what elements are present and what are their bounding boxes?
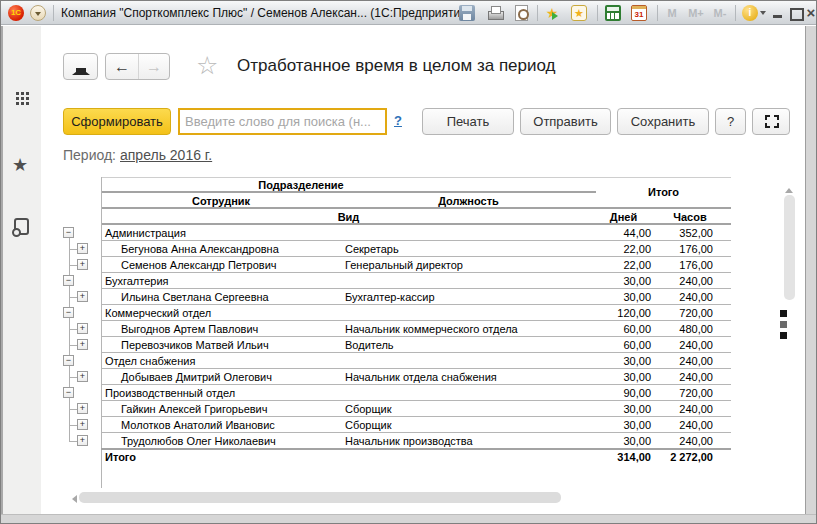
row-position-cell: Начальник производства (345, 435, 473, 447)
expand-button[interactable]: + (77, 243, 88, 254)
vertical-scroll-up-icon[interactable] (785, 184, 793, 193)
column-header-kind: Вид (101, 210, 596, 224)
table-row[interactable]: + Перевозчиков Матвей Ильич Водитель 60,… (63, 337, 731, 353)
row-days-cell: 60,00 (596, 323, 651, 335)
row-position-cell: Генеральный директор (345, 259, 463, 271)
table-line (101, 191, 596, 193)
row-name-cell: Перевозчиков Матвей Ильич (121, 339, 269, 351)
row-name-cell: Бухгалтерия (105, 275, 169, 287)
row-position-cell: Сборщик (345, 419, 392, 431)
scroll-dot-icon (780, 321, 787, 328)
row-hours-cell: 480,00 (649, 323, 713, 335)
tree-connector-stub (69, 377, 77, 378)
row-hours-cell: 240,00 (649, 339, 713, 351)
table-row[interactable]: + Трудолюбов Олег Николаевич Начальник п… (63, 433, 731, 449)
column-header-position: Должность (341, 194, 596, 208)
expand-button[interactable]: + (77, 435, 88, 446)
row-days-cell: 30,00 (596, 291, 651, 303)
table-row[interactable]: + Гайкин Алексей Григорьевич Сборщик 30,… (63, 401, 731, 417)
row-name-cell: Добываев Дмитрий Олегович (121, 371, 272, 383)
row-days-cell: 22,00 (596, 243, 651, 255)
column-header-total: Итого (596, 185, 731, 199)
row-days-cell: 22,00 (596, 259, 651, 271)
row-position-cell: Сборщик (345, 403, 392, 415)
table-row[interactable]: + Молотков Анатолий Ивановис Сборщик 30,… (63, 417, 731, 433)
app-window: 1С Компания "Спорткомплекс Плюс" / Семен… (0, 0, 817, 524)
row-days-cell: 120,00 (596, 307, 651, 319)
tree-connector-stub (69, 297, 77, 298)
table-row[interactable]: + Выгоднов Артем Павлович Начальник комм… (63, 321, 731, 337)
row-name-cell: Молотков Анатолий Ивановис (121, 419, 275, 431)
column-header-days: Дней (596, 210, 651, 224)
row-days-cell: 30,00 (596, 435, 651, 447)
table-row[interactable]: − Бухгалтерия 30,00 240,00 (63, 273, 731, 289)
window-frame (805, 26, 816, 524)
column-header-hours: Часов (651, 210, 729, 224)
table-row[interactable]: + Бегунова Анна Александровна Секретарь … (63, 241, 731, 257)
row-hours-cell: 240,00 (649, 403, 713, 415)
column-header-employee: Сотрудник (101, 194, 341, 208)
row-name-cell: Гайкин Алексей Григорьевич (121, 403, 268, 415)
row-position-cell: Начальник коммерческого отдела (345, 323, 518, 335)
collapse-button[interactable]: − (63, 355, 74, 366)
row-name-cell: Ильина Светлана Сергеевна (121, 291, 269, 303)
row-hours-cell: 240,00 (649, 371, 713, 383)
table-row[interactable]: + Добываев Дмитрий Олегович Начальник от… (63, 369, 731, 385)
expand-button[interactable]: + (77, 291, 88, 302)
table-row[interactable]: + Ильина Светлана Сергеевна Бухгалтер-ка… (63, 289, 731, 305)
row-hours-cell: 720,00 (649, 307, 713, 319)
row-name-cell: Отдел снабжения (105, 355, 195, 367)
table-row[interactable]: − Коммерческий отдел 120,00 720,00 (63, 305, 731, 321)
scroll-dot-icon (780, 310, 787, 317)
expand-button[interactable]: + (77, 339, 88, 350)
row-hours-cell: 176,00 (649, 243, 713, 255)
row-name-cell: Коммерческий отдел (105, 307, 211, 319)
expand-button[interactable]: + (77, 371, 88, 382)
vertical-scrollbar-thumb[interactable] (784, 195, 795, 300)
row-days-cell: 314,00 (596, 451, 651, 463)
table-row[interactable]: Итого 314,00 2 272,00 (63, 449, 731, 465)
expand-button[interactable]: + (77, 323, 88, 334)
row-days-cell: 30,00 (596, 275, 651, 287)
collapse-button[interactable]: − (63, 227, 74, 238)
row-hours-cell: 240,00 (649, 275, 713, 287)
window-frame (1, 514, 817, 523)
row-days-cell: 44,00 (596, 227, 651, 239)
collapse-button[interactable]: − (63, 387, 74, 398)
column-header-department: Подразделение (101, 178, 501, 192)
row-hours-cell: 240,00 (649, 291, 713, 303)
tree-connector-stub (69, 329, 77, 330)
row-position-cell: Начальник отдела снабжения (345, 371, 497, 383)
row-name-cell: Производственный отдел (105, 387, 235, 399)
scroll-dot-icon (780, 332, 787, 339)
table-line (101, 177, 731, 178)
row-name-cell: Итого (105, 451, 136, 463)
table-row[interactable]: − Администрация 44,00 352,00 (63, 225, 731, 241)
tree-connector-stub (69, 409, 77, 410)
expand-button[interactable]: + (77, 419, 88, 430)
row-days-cell: 30,00 (596, 419, 651, 431)
row-hours-cell: 2 272,00 (649, 451, 713, 463)
horizontal-scroll-left-icon[interactable] (68, 495, 77, 503)
row-name-cell: Бегунова Анна Александровна (121, 243, 279, 255)
table-line (101, 207, 731, 209)
row-days-cell: 90,00 (596, 387, 651, 399)
row-name-cell: Администрация (105, 227, 186, 239)
collapse-button[interactable]: − (63, 275, 74, 286)
collapse-button[interactable]: − (63, 307, 74, 318)
row-days-cell: 30,00 (596, 355, 651, 367)
tree-connector-stub (69, 249, 77, 250)
row-days-cell: 30,00 (596, 371, 651, 383)
expand-button[interactable]: + (77, 259, 88, 270)
tree-connector-stub (69, 265, 77, 266)
row-name-cell: Семенов Александр Петрович (121, 259, 277, 271)
table-row[interactable]: + Семенов Александр Петрович Генеральный… (63, 257, 731, 273)
row-position-cell: Секретарь (345, 243, 399, 255)
horizontal-scrollbar-thumb[interactable] (79, 492, 561, 503)
table-row[interactable]: − Производственный отдел 90,00 720,00 (63, 385, 731, 401)
table-row[interactable]: − Отдел снабжения 30,00 240,00 (63, 353, 731, 369)
expand-button[interactable]: + (77, 403, 88, 414)
row-position-cell: Бухгалтер-кассир (345, 291, 435, 303)
tree-connector-stub (69, 441, 77, 442)
row-name-cell: Трудолюбов Олег Николаевич (121, 435, 276, 447)
